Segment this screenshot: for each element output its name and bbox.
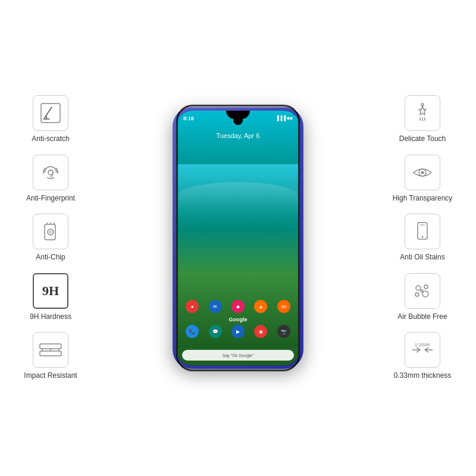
svg-point-23 <box>424 285 428 289</box>
anti-oil-stains-icon-box <box>405 214 440 249</box>
impact-resistant-icon-box <box>33 332 68 368</box>
anti-chip-label: Anti-Chip <box>36 253 65 262</box>
delicate-touch-label: Delicate Touch <box>399 134 446 144</box>
main-container: Anti-scratch Anti-Fingerprint <box>0 0 476 476</box>
svg-point-16 <box>421 104 424 106</box>
app-chrome: ◉ <box>254 325 267 338</box>
date-text: Tuesday, Apr 6 <box>176 132 300 139</box>
feature-9h-hardness: 9H 9H Hardness <box>12 273 89 322</box>
app-play: ▶ <box>231 325 245 338</box>
svg-point-22 <box>416 286 421 290</box>
signal-icons: ▐▐▐ ■■ <box>275 115 293 121</box>
phone-wrapper: 8:16 ▐▐▐ ■■ Tuesday, Apr 6 <box>173 107 303 369</box>
fingerprint-icon <box>39 161 62 184</box>
search-bar: Say "Ok Google" <box>182 350 294 361</box>
anti-scratch-icon-box <box>33 95 68 131</box>
anti-scratch-label: Anti-scratch <box>32 134 69 144</box>
feature-anti-chip: Anti-Chip <box>12 214 89 262</box>
svg-point-24 <box>415 293 419 296</box>
wave <box>176 182 300 212</box>
app-camera: 📷 <box>277 325 290 338</box>
impact-resistant-label: Impact Resistant <box>24 371 77 381</box>
app-icon-4: ▲ <box>254 300 267 313</box>
phone-screen: 8:16 ▐▐▐ ■■ Tuesday, Apr 6 <box>176 111 300 365</box>
app-row-1: ● ✉ ◆ ▲ Mi <box>181 300 295 313</box>
feature-anti-oil-stains: Anti Oil Stains <box>381 214 464 262</box>
anti-fingerprint-label: Anti-Fingerprint <box>26 194 75 203</box>
9h-hardness-icon-box: 9H <box>33 273 68 309</box>
feature-anti-scratch: Anti-scratch <box>12 95 89 144</box>
impact-icon <box>37 338 64 362</box>
feature-thickness: 0.26MM 0.33mm thickness <box>381 332 464 381</box>
app-row-2: 📞 💬 ▶ ◉ 📷 <box>181 325 295 338</box>
app-grid: ● ✉ ◆ ▲ Mi Google 📞 💬 ▶ <box>176 300 300 342</box>
svg-point-21 <box>422 236 424 238</box>
svg-point-18 <box>421 171 424 174</box>
app-icon-3: ◆ <box>231 300 245 313</box>
screen-content: 8:16 ▐▐▐ ■■ Tuesday, Apr 6 <box>176 111 300 365</box>
scratch-icon <box>39 101 62 125</box>
feature-air-bubble-free: Air Bubble Free <box>381 273 464 322</box>
air-bubble-free-label: Air Bubble Free <box>397 312 447 322</box>
app-icon-5: Mi <box>277 300 290 313</box>
date-display: Tuesday, Apr 6 <box>176 132 300 139</box>
svg-point-9 <box>48 229 54 235</box>
oil-phone-icon <box>411 220 434 243</box>
thickness-icon-box: 0.26MM <box>405 332 440 368</box>
features-right: Delicate Touch High Transparency Ant <box>381 95 464 381</box>
bubble-icon <box>411 279 434 303</box>
feature-impact-resistant: Impact Resistant <box>12 332 89 381</box>
svg-line-1 <box>45 107 52 118</box>
eye-icon <box>411 161 434 184</box>
high-transparency-label: High Transparency <box>393 194 453 203</box>
app-phone: 📞 <box>186 325 199 338</box>
svg-rect-12 <box>40 351 61 356</box>
anti-fingerprint-icon-box <box>33 155 68 190</box>
chip-icon <box>39 220 62 243</box>
svg-point-25 <box>422 291 428 297</box>
time-display: 8:16 <box>183 114 194 121</box>
delicate-touch-icon-box <box>405 95 440 131</box>
svg-rect-11 <box>40 344 61 349</box>
camera-notch <box>233 115 243 125</box>
app-msg: 💬 <box>209 325 222 338</box>
phone-outer: 8:16 ▐▐▐ ■■ Tuesday, Apr 6 <box>173 107 303 369</box>
thickness-icon: 0.26MM <box>409 338 436 362</box>
search-placeholder: Say "Ok Google" <box>223 353 253 358</box>
touch-icon <box>411 101 434 125</box>
feature-high-transparency: High Transparency <box>381 155 464 203</box>
anti-oil-stains-label: Anti Oil Stains <box>400 253 444 262</box>
anti-chip-icon-box <box>33 214 68 249</box>
air-bubble-free-icon-box <box>405 273 440 309</box>
high-transparency-icon-box <box>405 155 440 190</box>
google-text: Google <box>181 317 295 322</box>
svg-point-26 <box>421 290 423 292</box>
svg-point-10 <box>49 231 52 233</box>
features-left: Anti-scratch Anti-Fingerprint <box>12 95 89 381</box>
app-icon-1: ● <box>186 300 199 313</box>
svg-text:0.26MM: 0.26MM <box>415 343 430 347</box>
svg-rect-0 <box>41 104 60 123</box>
thickness-label: 0.33mm thickness <box>394 371 452 381</box>
9h-hardness-label: 9H Hardness <box>30 312 71 322</box>
feature-delicate-touch: Delicate Touch <box>381 95 464 144</box>
app-icon-2: ✉ <box>209 300 222 313</box>
feature-anti-fingerprint: Anti-Fingerprint <box>12 155 89 203</box>
